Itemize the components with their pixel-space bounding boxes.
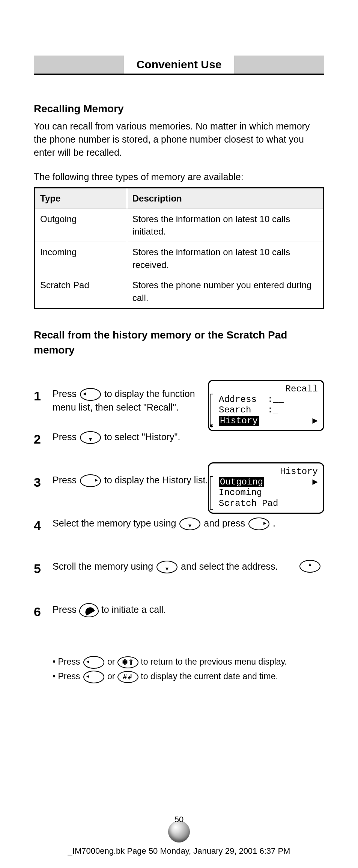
section-heading-recalling: Recalling Memory xyxy=(34,101,324,116)
table-cell-desc: Stores the phone number you entered duri… xyxy=(127,275,323,308)
tab-title: Convenient Use xyxy=(124,56,234,74)
note-text: or xyxy=(107,657,117,666)
table-cell-type: Scratch Pad xyxy=(35,275,127,308)
step-text: to initiate a call. xyxy=(101,604,166,615)
step-text: to select "History". xyxy=(104,432,181,442)
hash-key-icon: #↲ xyxy=(117,671,138,683)
procedure-heading: Recall from the history memory or the Sc… xyxy=(34,328,324,357)
note-text: • Press xyxy=(53,671,83,681)
step-text: Select the memory type using xyxy=(53,518,179,528)
intro-paragraph: You can recall from various memories. No… xyxy=(34,120,324,159)
table-header-desc: Description xyxy=(127,188,323,209)
memory-types-table: Type Description Outgoing Stores the inf… xyxy=(34,187,324,309)
right-arrow-button-icon xyxy=(80,474,101,487)
table-row: Incoming Stores the information on lates… xyxy=(35,242,324,275)
step-number: 6 xyxy=(34,603,41,621)
step-text: Press xyxy=(53,604,79,615)
step-number: 2 xyxy=(34,430,41,448)
call-button-icon xyxy=(79,603,99,617)
left-arrow-button-icon xyxy=(83,656,104,669)
tab-right-decoration xyxy=(234,56,324,74)
step-number: 3 xyxy=(34,474,41,492)
step-text: and press xyxy=(204,518,248,528)
tab-left-decoration xyxy=(34,56,124,74)
note-text: • Press xyxy=(53,657,83,666)
step-text: Scroll the memory using xyxy=(53,561,156,572)
step-text: Press xyxy=(53,475,79,485)
star-key-icon: ✱⇧ xyxy=(117,656,138,668)
step-text: Press xyxy=(53,432,79,442)
note-item: • Press or ✱⇧ to return to the previous … xyxy=(53,656,324,669)
down-arrow-button-icon xyxy=(156,561,177,573)
note-text: or xyxy=(107,671,117,681)
table-cell-desc: Stores the information on latest 10 call… xyxy=(127,209,323,242)
left-arrow-button-icon xyxy=(83,671,104,683)
table-cell-type: Outgoing xyxy=(35,209,127,242)
note-text: to return to the previous menu display. xyxy=(141,657,287,666)
step-number: 4 xyxy=(34,517,41,535)
note-text: to display the current date and time. xyxy=(141,671,278,681)
down-arrow-button-icon xyxy=(80,431,101,444)
page-tab-bar: Convenient Use xyxy=(34,49,324,75)
right-arrow-button-icon xyxy=(248,517,269,530)
step-number: 5 xyxy=(34,560,41,578)
table-cell-desc: Stores the information on latest 10 call… xyxy=(127,242,323,275)
left-arrow-button-icon xyxy=(80,388,101,401)
page-number: 50 xyxy=(34,815,324,824)
up-arrow-button-icon xyxy=(299,560,320,573)
step-number: 1 xyxy=(34,387,41,405)
down-arrow-button-icon xyxy=(179,517,200,530)
page-footer: 50 _IM7000eng.bk Page 50 Monday, January… xyxy=(34,815,324,868)
step-text: . xyxy=(273,518,275,528)
table-header-type: Type xyxy=(35,188,127,209)
step-text: Press xyxy=(53,388,79,399)
step-text: to display the History list. xyxy=(104,475,208,485)
step-text: and select the address. xyxy=(181,561,278,572)
table-cell-type: Incoming xyxy=(35,242,127,275)
table-row: Outgoing Stores the information on lates… xyxy=(35,209,324,242)
table-row: Scratch Pad Stores the phone number you … xyxy=(35,275,324,308)
table-intro: The following three types of memory are … xyxy=(34,170,324,184)
note-item: • Press or #↲ to display the current dat… xyxy=(53,670,324,683)
footer-filename: _IM7000eng.bk Page 50 Monday, January 29… xyxy=(34,846,324,856)
